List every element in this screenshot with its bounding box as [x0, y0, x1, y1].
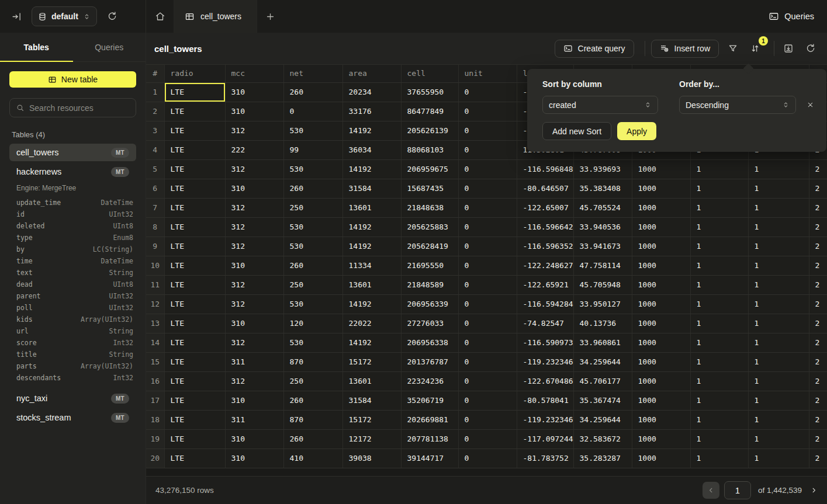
- tab-cell-towers[interactable]: cell_towers: [174, 0, 257, 33]
- table-cell[interactable]: 22022: [342, 314, 401, 333]
- table-cell[interactable]: 31584: [342, 391, 401, 410]
- table-cell[interactable]: 33.960861: [573, 333, 632, 352]
- filter-button[interactable]: [725, 40, 741, 57]
- table-cell[interactable]: 1: [748, 294, 809, 314]
- table-cell[interactable]: LTE: [164, 217, 225, 237]
- sidebar-tab-tables[interactable]: Tables: [0, 33, 73, 61]
- table-cell[interactable]: 1000: [632, 217, 690, 237]
- table-cell[interactable]: 1: [690, 429, 748, 449]
- table-cell[interactable]: 15172: [342, 352, 401, 371]
- page-number-input[interactable]: [724, 481, 751, 499]
- table-cell[interactable]: 310: [225, 449, 283, 468]
- table-cell[interactable]: -122.65921: [517, 275, 573, 294]
- table-cell[interactable]: 0: [458, 140, 517, 159]
- table-cell[interactable]: 1: [748, 179, 809, 198]
- table-cell[interactable]: 14192: [342, 121, 401, 140]
- table-cell[interactable]: 1: [690, 391, 748, 410]
- table-cell[interactable]: 870: [283, 352, 342, 371]
- table-cell[interactable]: 310: [225, 256, 283, 275]
- apply-sort-button[interactable]: Apply: [617, 122, 656, 140]
- table-cell[interactable]: 1000: [632, 275, 690, 294]
- refresh-table-button[interactable]: [802, 40, 819, 57]
- table-cell[interactable]: 1: [748, 429, 809, 449]
- create-query-button[interactable]: Create query: [555, 40, 634, 58]
- table-cell[interactable]: 312: [225, 294, 283, 314]
- table-cell[interactable]: 1000: [632, 391, 690, 410]
- table-cell[interactable]: 35.367474: [573, 391, 632, 410]
- table-cell[interactable]: 1000: [632, 179, 690, 198]
- table-cell[interactable]: 1: [690, 275, 748, 294]
- table-cell[interactable]: LTE: [164, 82, 225, 102]
- table-cell[interactable]: 33.950127: [573, 294, 632, 314]
- table-cell[interactable]: 1: [690, 410, 748, 429]
- table-cell[interactable]: 1: [748, 256, 809, 275]
- table-cell[interactable]: 530: [283, 333, 342, 352]
- table-cell[interactable]: 202669881: [401, 410, 458, 429]
- reload-databases-button[interactable]: [104, 8, 120, 25]
- table-cell[interactable]: 206959675: [401, 159, 458, 179]
- table-cell[interactable]: 1: [748, 391, 809, 410]
- table-cell[interactable]: 260: [283, 391, 342, 410]
- table-cell[interactable]: 1000: [632, 410, 690, 429]
- table-cell[interactable]: 47.758114: [573, 256, 632, 275]
- table-cell[interactable]: 207781138: [401, 429, 458, 449]
- table-cell[interactable]: 31584: [342, 179, 401, 198]
- table-cell[interactable]: 45.706177: [573, 371, 632, 391]
- table-cell[interactable]: 2: [809, 410, 827, 429]
- table-cell[interactable]: 21695550: [401, 256, 458, 275]
- table-cell[interactable]: 0: [458, 352, 517, 371]
- table-cell[interactable]: 260: [283, 429, 342, 449]
- table-cell[interactable]: 2: [809, 352, 827, 371]
- table-cell[interactable]: 33.940536: [573, 217, 632, 237]
- table-cell[interactable]: LTE: [164, 121, 225, 140]
- table-cell[interactable]: -119.232346: [517, 352, 573, 371]
- table-cell[interactable]: 1000: [632, 237, 690, 256]
- table-cell[interactable]: 2: [809, 198, 827, 217]
- table-cell[interactable]: 27276033: [401, 314, 458, 333]
- table-cell[interactable]: 120: [283, 314, 342, 333]
- table-cell[interactable]: 35.383408: [573, 179, 632, 198]
- column-header[interactable]: area: [342, 65, 401, 82]
- table-cell[interactable]: 0: [458, 314, 517, 333]
- table-cell[interactable]: 1000: [632, 294, 690, 314]
- table-cell[interactable]: 260: [283, 179, 342, 198]
- table-cell[interactable]: 0: [458, 449, 517, 468]
- table-cell[interactable]: LTE: [164, 314, 225, 333]
- export-button[interactable]: [780, 40, 797, 57]
- table-cell[interactable]: 1: [748, 333, 809, 352]
- table-cell[interactable]: 530: [283, 159, 342, 179]
- table-cell[interactable]: 1: [748, 352, 809, 371]
- table-cell[interactable]: LTE: [164, 179, 225, 198]
- table-cell[interactable]: 1000: [632, 198, 690, 217]
- table-cell[interactable]: 1: [748, 198, 809, 217]
- queries-button[interactable]: Queries: [769, 11, 814, 22]
- table-cell[interactable]: 312: [225, 217, 283, 237]
- sort-order-select[interactable]: Descending: [679, 96, 796, 114]
- column-header[interactable]: radio: [164, 65, 225, 82]
- table-cell[interactable]: -117.097244: [517, 429, 573, 449]
- table-cell[interactable]: 37655950: [401, 82, 458, 102]
- table-cell[interactable]: 33.941673: [573, 237, 632, 256]
- table-cell[interactable]: 260: [283, 256, 342, 275]
- table-cell[interactable]: 310: [225, 82, 283, 102]
- table-cell[interactable]: 0: [458, 121, 517, 140]
- table-cell[interactable]: 2: [809, 256, 827, 275]
- table-cell[interactable]: 311: [225, 352, 283, 371]
- table-cell[interactable]: LTE: [164, 159, 225, 179]
- table-cell[interactable]: 32.583672: [573, 429, 632, 449]
- table-cell[interactable]: 0: [458, 256, 517, 275]
- column-header[interactable]: cell: [401, 65, 458, 82]
- search-resources-input[interactable]: [29, 103, 135, 113]
- table-cell[interactable]: 206956339: [401, 294, 458, 314]
- column-header[interactable]: mcc: [225, 65, 283, 82]
- table-cell[interactable]: 2: [809, 179, 827, 198]
- column-header[interactable]: unit: [458, 65, 517, 82]
- table-cell[interactable]: 2: [809, 275, 827, 294]
- table-cell[interactable]: 1: [748, 371, 809, 391]
- table-cell[interactable]: 1: [690, 352, 748, 371]
- table-cell[interactable]: 33.939693: [573, 159, 632, 179]
- next-page-button[interactable]: [810, 486, 818, 494]
- table-cell[interactable]: LTE: [164, 449, 225, 468]
- add-new-sort-button[interactable]: Add new Sort: [542, 122, 611, 140]
- table-cell[interactable]: 530: [283, 294, 342, 314]
